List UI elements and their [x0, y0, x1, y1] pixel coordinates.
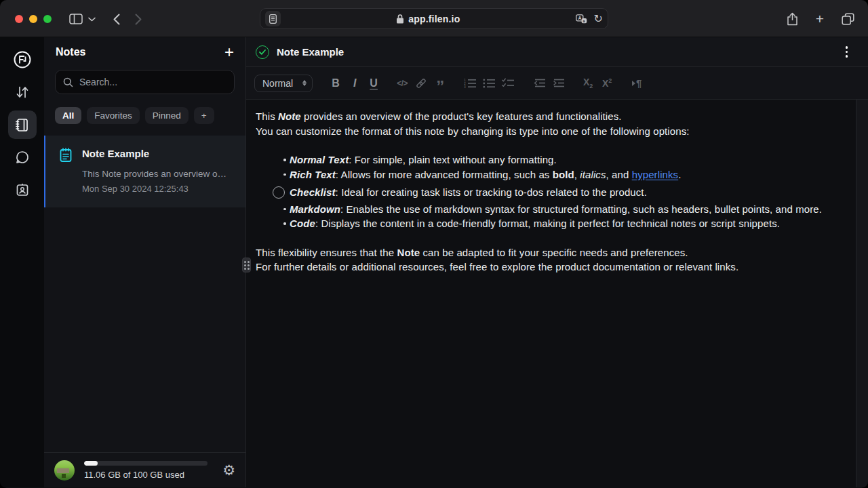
filter-favorites[interactable]: Favorites — [87, 107, 140, 124]
indent-icon — [552, 78, 565, 88]
forward-button[interactable] — [132, 11, 144, 28]
address-bar[interactable]: app.filen.io A a ↻ — [260, 8, 608, 29]
search-icon — [63, 77, 73, 87]
checklist-button[interactable] — [498, 74, 517, 93]
paragraph-direction-button[interactable]: ¶ — [627, 74, 646, 93]
notes-panel-title: Notes — [56, 46, 85, 58]
sidebar-item-notes[interactable] — [8, 110, 37, 139]
window-controls — [15, 15, 52, 23]
sidebar-item-logo[interactable] — [8, 45, 37, 74]
note-item-title: Note Example — [82, 147, 149, 163]
sidebar-menu-chevron[interactable] — [85, 14, 98, 24]
reload-button[interactable]: ↻ — [594, 14, 603, 24]
synced-check-icon — [256, 45, 269, 59]
zoom-button[interactable] — [43, 15, 52, 23]
superscript-button[interactable]: X2 — [597, 74, 616, 93]
lock-icon — [396, 14, 404, 24]
plus-icon: + — [816, 12, 824, 26]
bold-button[interactable]: B — [326, 74, 345, 93]
paragraph: This flexibility ensures that the Note c… — [256, 245, 846, 260]
link-icon — [415, 77, 427, 89]
paragraph: For further details or additional resour… — [256, 260, 846, 274]
note-filters: All Favorites Pinned + — [55, 107, 235, 124]
italic-button[interactable]: I — [345, 74, 364, 93]
bullet-icon — [283, 159, 286, 161]
new-tab-button[interactable]: + — [813, 9, 827, 28]
bullet-list-icon — [483, 78, 496, 88]
formatting-toolbar: Normal B I U </> ” — [246, 67, 868, 100]
chat-icon — [15, 150, 30, 165]
paragraph: You can customize the format of this not… — [256, 124, 846, 139]
storage-progress-bar — [84, 461, 208, 466]
close-button[interactable] — [15, 15, 23, 23]
checklist-item: Checklist: Ideal for creating task lists… — [256, 185, 846, 200]
code-button[interactable]: </> — [393, 74, 412, 93]
tabs-icon — [842, 13, 854, 25]
note-header: Note Example — [246, 37, 868, 67]
sidebar-icon — [69, 14, 83, 24]
notes-search[interactable] — [55, 70, 235, 94]
browser-window: app.filen.io A a ↻ — [0, 0, 868, 488]
bullet-icon — [283, 222, 286, 225]
note-content[interactable]: This Note provides an overview of the pr… — [246, 100, 868, 487]
avatar[interactable] — [54, 460, 75, 481]
note-list-item[interactable]: Note Example This Note provides an overv… — [44, 136, 245, 207]
sidebar-item-chats[interactable] — [8, 143, 37, 171]
chevron-left-icon — [113, 14, 120, 25]
checkbox-circle-icon[interactable] — [273, 186, 285, 199]
note-menu-button[interactable] — [843, 43, 851, 60]
browser-toolbar: app.filen.io A a ↻ — [0, 0, 868, 37]
back-button[interactable] — [111, 11, 123, 28]
list-item: Markdown: Enables the use of markdown sy… — [256, 202, 846, 217]
reload-icon: ↻ — [594, 14, 603, 24]
chevron-right-icon — [135, 14, 142, 25]
note-item-preview: This Note provides an overview o… — [82, 169, 235, 179]
outdent-button[interactable] — [530, 74, 549, 93]
minimize-button[interactable] — [29, 15, 37, 23]
checklist-icon — [502, 78, 515, 88]
search-input[interactable] — [79, 77, 226, 87]
tab-overview-button[interactable] — [839, 10, 857, 28]
scrollbar-gutter[interactable] — [856, 100, 868, 487]
indent-button[interactable] — [549, 74, 568, 93]
bold-icon: B — [332, 77, 340, 89]
storage-footer: 11.06 GB of 100 GB used ⚙ — [44, 452, 245, 487]
italic-icon: I — [353, 77, 356, 89]
note-item-date: Mon Sep 30 2024 12:25:43 — [82, 184, 235, 194]
notes-panel: Notes + All Favorites Pinned + — [44, 37, 246, 487]
filter-add-tag-button[interactable]: + — [194, 107, 214, 124]
sidebar-item-contacts[interactable] — [8, 176, 37, 204]
notes-icon — [14, 117, 30, 133]
reader-button[interactable] — [265, 11, 281, 26]
sidebar-item-transfers[interactable] — [8, 78, 37, 106]
create-note-button[interactable]: + — [224, 44, 234, 60]
note-list: Note Example This Note provides an overv… — [44, 136, 245, 452]
bullet-icon — [283, 208, 286, 211]
storage-progress-fill — [84, 461, 98, 466]
panel-resize-handle[interactable] — [242, 258, 251, 272]
underline-button[interactable]: U — [364, 74, 383, 93]
text-style-selector[interactable]: Normal — [254, 75, 313, 92]
settings-button[interactable]: ⚙ — [222, 463, 235, 477]
svg-text:3: 3 — [464, 85, 466, 88]
blockquote-button[interactable]: ” — [431, 74, 450, 93]
share-icon — [787, 12, 798, 26]
triangle-icon — [632, 81, 635, 86]
sidebar-toggle-button[interactable] — [66, 11, 85, 27]
bullet-list-button[interactable] — [479, 74, 498, 93]
ordered-list-button[interactable]: 1 2 3 — [460, 74, 479, 93]
pilcrow-icon: ¶ — [636, 77, 642, 89]
ordered-list-icon: 1 2 3 — [464, 78, 477, 88]
filter-all[interactable]: All — [55, 107, 81, 124]
bullet-icon — [283, 174, 286, 176]
hyperlink[interactable]: hyperlinks — [632, 169, 679, 180]
subscript-button[interactable]: X2 — [578, 74, 597, 93]
url-text: app.filen.io — [408, 14, 460, 24]
translate-button[interactable]: A a — [576, 14, 587, 24]
share-button[interactable] — [784, 9, 801, 28]
transfers-icon — [15, 85, 30, 100]
filter-pinned[interactable]: Pinned — [145, 107, 189, 124]
kebab-menu-icon — [846, 46, 848, 49]
link-button[interactable] — [412, 74, 431, 93]
reader-icon — [269, 14, 277, 24]
